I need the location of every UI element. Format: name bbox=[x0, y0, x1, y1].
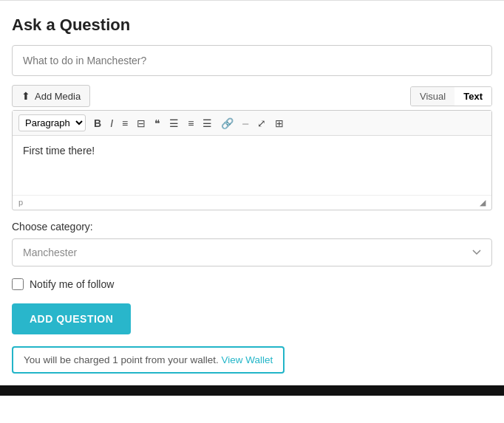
editor-container: Paragraph B I ≡ ⊟ ❝ ☰ ≡ ☰ 🔗 ⏤ ⤢ ⊞ First … bbox=[12, 110, 492, 210]
unordered-list-button[interactable]: ≡ bbox=[118, 116, 132, 131]
editor-content: First time there! bbox=[23, 145, 95, 157]
visual-tab[interactable]: Visual bbox=[411, 87, 454, 106]
wallet-notice: You will be charged 1 point from your wa… bbox=[12, 346, 285, 374]
category-select[interactable]: Manchester bbox=[12, 238, 492, 266]
editor-body[interactable]: First time there! bbox=[13, 136, 491, 195]
notify-row: Notify me of follow bbox=[12, 278, 492, 290]
add-media-label: Add Media bbox=[35, 91, 81, 102]
align-center-button[interactable]: ≡ bbox=[184, 116, 197, 131]
resize-handle[interactable]: ◢ bbox=[480, 198, 486, 207]
italic-button[interactable]: I bbox=[106, 116, 117, 131]
wallet-notice-text: You will be charged 1 point from your wa… bbox=[24, 354, 219, 365]
blockquote-button[interactable]: ❝ bbox=[151, 116, 164, 131]
horizontal-rule-button[interactable]: ⏤ bbox=[239, 116, 252, 131]
add-media-button[interactable]: ⬆ Add Media bbox=[12, 85, 90, 107]
visual-text-toggle: Visual Text bbox=[410, 86, 492, 106]
table-button[interactable]: ⊞ bbox=[271, 116, 287, 131]
link-button[interactable]: 🔗 bbox=[217, 116, 237, 131]
toolbar-row: ⬆ Add Media Visual Text bbox=[12, 85, 492, 107]
page-title: Ask a Question bbox=[12, 16, 492, 35]
fullscreen-button[interactable]: ⤢ bbox=[253, 116, 270, 131]
editor-tag: p bbox=[18, 198, 23, 207]
notify-label: Notify me of follow bbox=[30, 278, 114, 290]
upload-icon: ⬆ bbox=[21, 90, 30, 102]
bold-button[interactable]: B bbox=[90, 116, 105, 131]
question-input[interactable] bbox=[12, 45, 492, 76]
bottom-bar bbox=[0, 385, 504, 396]
view-wallet-link[interactable]: View Wallet bbox=[221, 354, 273, 365]
notify-checkbox[interactable] bbox=[12, 278, 24, 290]
editor-toolbar: Paragraph B I ≡ ⊟ ❝ ☰ ≡ ☰ 🔗 ⏤ ⤢ ⊞ bbox=[13, 111, 491, 136]
paragraph-select[interactable]: Paragraph bbox=[18, 114, 86, 131]
align-right-button[interactable]: ☰ bbox=[199, 116, 216, 131]
align-left-button[interactable]: ☰ bbox=[166, 116, 183, 131]
ordered-list-button[interactable]: ⊟ bbox=[133, 116, 149, 131]
add-question-button[interactable]: ADD QUESTION bbox=[12, 303, 131, 334]
editor-footer: p ◢ bbox=[13, 195, 491, 210]
category-label: Choose category: bbox=[12, 221, 492, 233]
text-tab[interactable]: Text bbox=[454, 87, 491, 106]
